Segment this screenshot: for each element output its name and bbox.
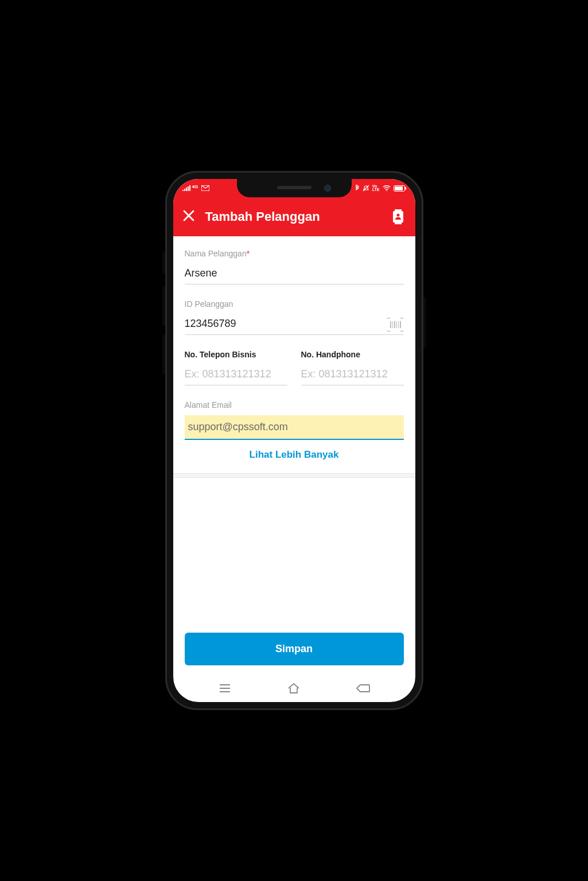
save-button[interactable]: Simpan [185,633,404,665]
svg-point-2 [386,190,387,191]
show-more-link[interactable]: Lihat Lebih Banyak [185,440,404,473]
screen: 4G VoLTE [173,179,415,702]
page-title: Tambah Pelanggan [205,209,380,224]
field-phone-mobile: No. Handphone [301,350,404,385]
section-divider [173,473,415,478]
field-email: Alamat Email [185,400,404,440]
svg-rect-5 [405,187,406,190]
svg-rect-7 [395,209,402,211]
volte-icon: VoLTE [372,185,380,191]
svg-rect-10 [390,321,391,328]
mail-icon [201,185,209,191]
email-input[interactable] [185,415,404,440]
svg-rect-14 [398,321,399,328]
form-content: Nama Pelanggan* ID Pelanggan [173,236,415,626]
back-icon[interactable] [352,684,375,693]
appbar: Tambah Pelanggan [173,197,415,236]
barcode-scan-icon[interactable] [387,318,404,332]
svg-rect-13 [396,321,397,328]
signal-icon [182,185,190,191]
email-label: Alamat Email [185,400,404,410]
name-input[interactable] [185,264,404,284]
svg-rect-4 [395,186,403,190]
recent-apps-icon[interactable] [213,684,236,693]
svg-rect-6 [393,211,403,223]
alarm-off-icon [363,185,369,192]
system-navbar [173,675,415,702]
svg-rect-8 [395,223,402,224]
field-name: Nama Pelanggan* [185,249,404,284]
close-icon[interactable] [182,209,195,224]
field-id: ID Pelanggan [185,299,404,335]
phone-mobile-input[interactable] [301,365,404,385]
wifi-icon [383,185,391,191]
svg-point-9 [396,214,399,217]
svg-rect-15 [400,321,401,328]
phone-frame: 4G VoLTE [165,171,423,710]
field-phone-business: No. Telepon Bisnis [185,350,287,385]
phone-business-label: No. Telepon Bisnis [185,350,287,359]
svg-rect-11 [392,321,393,328]
id-input[interactable] [185,314,404,335]
bluetooth-icon [355,185,360,192]
name-label: Nama Pelanggan* [185,249,404,258]
phone-mobile-label: No. Handphone [301,350,404,359]
contact-book-icon[interactable] [390,209,406,225]
network-type-label: 4G [192,184,198,189]
footer: Simpan [173,626,415,675]
home-icon[interactable] [282,683,305,694]
svg-rect-12 [394,321,395,328]
id-label: ID Pelanggan [185,299,404,309]
battery-icon [394,185,406,192]
notch [237,179,352,197]
phone-business-input[interactable] [185,365,287,385]
